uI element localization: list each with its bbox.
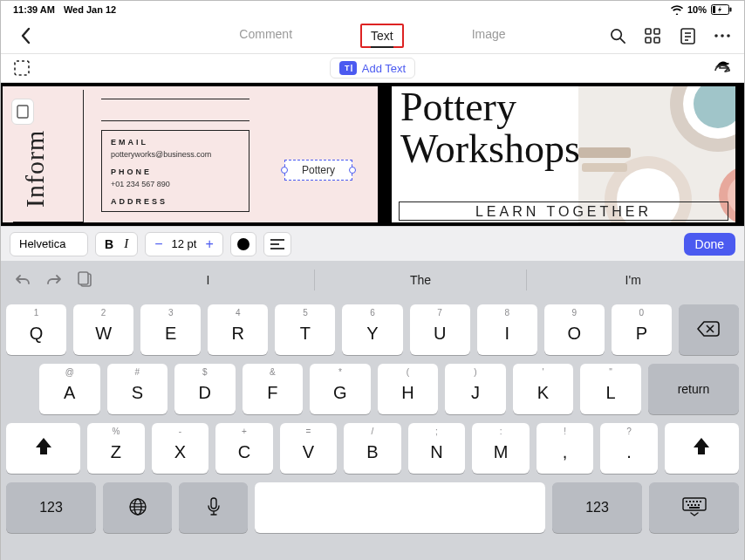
email-value: potteryworks@business.com — [111, 150, 240, 159]
svg-rect-5 — [646, 29, 651, 34]
key-123-left[interactable]: 123 — [6, 482, 96, 533]
key-.[interactable]: ?. — [600, 423, 658, 474]
increase-size[interactable]: + — [205, 236, 213, 252]
svg-point-14 — [721, 34, 724, 38]
key-v[interactable]: =V — [280, 423, 338, 474]
decrease-size[interactable]: − — [154, 236, 162, 252]
key-backspace[interactable] — [679, 304, 739, 355]
search-icon[interactable] — [608, 26, 627, 45]
key-q[interactable]: 1Q — [6, 304, 66, 355]
svg-rect-26 — [578, 147, 631, 158]
key-j[interactable]: )J — [445, 364, 506, 414]
phone-value: +01 234 567 890 — [111, 180, 240, 188]
key-shift-left[interactable] — [6, 423, 80, 474]
status-time: 11:39 AM — [13, 4, 55, 15]
svg-rect-6 — [654, 29, 660, 34]
key-x[interactable]: -X — [152, 423, 209, 474]
text-color-picker[interactable] — [230, 232, 256, 256]
key-z[interactable]: %Z — [87, 423, 145, 474]
resize-handle-right[interactable] — [349, 167, 356, 174]
page-right[interactable]: Pottery Workshops LEARN TOGETHER — [392, 86, 735, 222]
bold-toggle[interactable]: B — [105, 237, 113, 251]
key-c[interactable]: +C — [215, 423, 273, 474]
key-return[interactable]: return — [648, 364, 739, 414]
svg-rect-7 — [646, 38, 651, 43]
add-text-button[interactable]: T Add Text — [330, 58, 415, 79]
key-a[interactable]: @A — [39, 364, 100, 414]
tab-comment[interactable]: Comment — [232, 24, 299, 48]
key-f[interactable]: &F — [243, 364, 304, 414]
key-e[interactable]: 3E — [140, 304, 201, 355]
kb-undo-icon[interactable] — [13, 270, 32, 290]
font-size-value: 12 pt — [171, 237, 196, 250]
key-s[interactable]: #S — [107, 364, 168, 414]
svg-rect-34 — [79, 272, 88, 284]
key-p[interactable]: 0P — [612, 304, 672, 355]
tab-text[interactable]: Text — [360, 24, 404, 48]
key-b[interactable]: /B — [344, 423, 401, 474]
battery-percent: 10% — [687, 4, 707, 15]
key-globe[interactable] — [103, 482, 172, 533]
key-hide-keyboard[interactable] — [649, 482, 739, 533]
key-shift-right[interactable] — [665, 423, 739, 474]
done-button[interactable]: Done — [684, 233, 735, 256]
bold-italic-group: B I — [95, 232, 138, 256]
key-u[interactable]: 7U — [410, 304, 470, 355]
page-left[interactable]: Inform EMAIL potteryworks@business.com P… — [3, 86, 378, 222]
kb-clipboard-icon[interactable] — [76, 270, 95, 290]
editing-text[interactable]: Pottery — [302, 164, 335, 176]
key-h[interactable]: (H — [378, 364, 439, 414]
contact-box: EMAIL potteryworks@business.com PHONE +0… — [101, 95, 249, 222]
suggestion[interactable]: I'm — [526, 270, 739, 290]
key-d[interactable]: $D — [174, 364, 236, 414]
svg-rect-45 — [696, 501, 698, 502]
format-toolbar: Helvetica B I − 12 pt + Done — [1, 226, 744, 261]
align-picker[interactable] — [263, 232, 291, 256]
key-i[interactable]: 8I — [477, 304, 537, 355]
suggestion[interactable]: I — [102, 270, 314, 290]
more-icon[interactable] — [713, 26, 732, 45]
keyboard: ITheI'm 1Q2W3E4R5T6Y7U8I9O0P @A#S$D&F*G(… — [1, 261, 744, 560]
key-r[interactable]: 4R — [208, 304, 268, 355]
resize-handle-left[interactable] — [281, 167, 288, 174]
selection-icon[interactable] — [13, 59, 31, 77]
svg-rect-49 — [694, 504, 696, 506]
key-k[interactable]: 'K — [513, 364, 574, 414]
key-o[interactable]: 9O — [544, 304, 605, 355]
color-dot-icon — [237, 238, 249, 250]
key-n[interactable]: ;N — [408, 423, 466, 474]
learn-banner: LEARN TOGETHER — [399, 201, 728, 221]
svg-rect-47 — [687, 504, 689, 506]
key-space[interactable] — [255, 482, 545, 533]
page-list-icon[interactable] — [678, 26, 697, 45]
key-mic[interactable] — [179, 482, 248, 533]
svg-rect-1 — [730, 8, 732, 12]
kb-redo-icon[interactable] — [44, 270, 64, 290]
add-text-label: Add Text — [362, 62, 406, 75]
document-canvas[interactable]: Inform EMAIL potteryworks@business.com P… — [1, 83, 744, 226]
key-m[interactable]: :M — [472, 423, 530, 474]
key-g[interactable]: *G — [310, 364, 371, 414]
italic-toggle[interactable]: I — [124, 236, 128, 251]
text-edit-box[interactable]: Pottery — [284, 160, 352, 181]
svg-rect-51 — [689, 507, 700, 509]
key-123-right[interactable]: 123 — [552, 482, 642, 533]
key-l[interactable]: "L — [580, 364, 641, 414]
svg-rect-16 — [15, 61, 29, 75]
suggestion[interactable]: The — [314, 270, 527, 290]
align-left-icon — [270, 239, 284, 249]
undo-icon[interactable] — [713, 58, 732, 78]
font-size-stepper: − 12 pt + — [145, 232, 223, 256]
address-label: ADDRESS — [111, 197, 240, 206]
svg-line-4 — [620, 38, 625, 43]
key-w[interactable]: 2W — [73, 304, 133, 355]
key-y[interactable]: 6Y — [342, 304, 402, 355]
tab-image[interactable]: Image — [465, 24, 513, 48]
font-picker[interactable]: Helvetica — [10, 232, 88, 256]
page-thumbnail-tab[interactable] — [11, 99, 34, 125]
key-,[interactable]: !, — [537, 423, 594, 474]
key-t[interactable]: 5T — [275, 304, 335, 355]
svg-rect-48 — [691, 504, 693, 506]
svg-rect-50 — [698, 504, 700, 506]
grid-icon[interactable] — [643, 26, 662, 45]
